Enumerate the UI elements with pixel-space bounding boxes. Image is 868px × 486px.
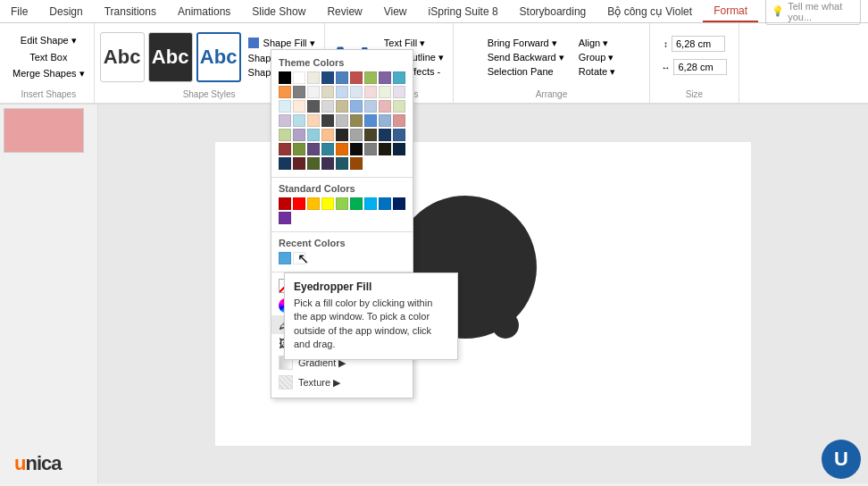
theme-color-cell[interactable]	[293, 86, 305, 98]
theme-color-cell[interactable]	[321, 157, 334, 170]
theme-color-cell[interactable]	[336, 157, 348, 170]
theme-color-cell[interactable]	[364, 143, 377, 155]
standard-color-cell[interactable]	[293, 197, 305, 210]
theme-color-cell[interactable]	[364, 129, 377, 141]
text-box-button[interactable]: Text Box	[26, 50, 71, 64]
theme-color-cell[interactable]	[293, 71, 305, 84]
theme-color-cell[interactable]	[293, 129, 305, 141]
standard-color-cell[interactable]	[379, 197, 391, 210]
theme-color-cell[interactable]	[321, 71, 334, 84]
theme-color-cell[interactable]	[393, 129, 405, 141]
edit-shape-button[interactable]: Edit Shape ▾	[17, 33, 80, 48]
theme-color-cell[interactable]	[336, 86, 348, 98]
theme-color-cell[interactable]	[321, 100, 334, 113]
small-circle-shape[interactable]	[492, 312, 519, 339]
tab-transitions[interactable]: Transitions	[94, 0, 167, 22]
theme-color-cell[interactable]	[279, 129, 291, 141]
theme-color-cell[interactable]	[321, 129, 334, 141]
theme-color-cell[interactable]	[350, 143, 363, 155]
tab-view[interactable]: View	[373, 0, 418, 22]
theme-color-cell[interactable]	[350, 129, 363, 141]
theme-color-cell[interactable]	[336, 143, 348, 155]
theme-color-cell[interactable]	[393, 143, 405, 155]
theme-color-cell[interactable]	[307, 100, 320, 113]
tell-me-box[interactable]: 💡 Tell me what you...	[765, 0, 861, 25]
width-input[interactable]	[673, 59, 727, 75]
theme-color-cell[interactable]	[336, 129, 348, 141]
unica-badge[interactable]: U	[822, 440, 861, 479]
theme-color-cell[interactable]	[393, 114, 405, 127]
selection-pane-button[interactable]: Selection Pane	[484, 65, 568, 78]
standard-color-cell[interactable]	[393, 197, 405, 210]
abc-style-blue[interactable]: Abc	[196, 32, 241, 82]
group-button[interactable]: Group ▾	[575, 51, 619, 64]
theme-color-cell[interactable]	[307, 71, 320, 84]
texture-button[interactable]: Texture ▶	[271, 373, 413, 392]
theme-color-cell[interactable]	[279, 157, 291, 170]
theme-color-cell[interactable]	[293, 157, 305, 170]
tab-slideshow[interactable]: Slide Show	[241, 0, 316, 22]
rotate-button[interactable]: Rotate ▾	[575, 65, 619, 79]
align-button[interactable]: Align ▾	[575, 37, 619, 50]
tab-file[interactable]: File	[0, 0, 38, 22]
recent-color-cell[interactable]	[279, 252, 291, 264]
merge-shapes-button[interactable]: Merge Shapes ▾	[9, 66, 88, 81]
standard-color-cell[interactable]	[307, 197, 320, 210]
abc-style-black[interactable]: Abc	[148, 32, 193, 82]
standard-color-cell[interactable]	[364, 197, 377, 210]
theme-color-cell[interactable]	[393, 86, 405, 98]
send-backward-button[interactable]: Send Backward ▾	[484, 51, 568, 64]
theme-color-cell[interactable]	[350, 114, 363, 127]
tab-ispring[interactable]: iSpring Suite 8	[418, 0, 509, 22]
theme-color-cell[interactable]	[307, 114, 320, 127]
theme-color-cell[interactable]	[279, 86, 291, 98]
theme-color-cell[interactable]	[350, 86, 363, 98]
theme-color-cell[interactable]	[350, 71, 363, 84]
standard-color-cell[interactable]	[279, 197, 291, 210]
theme-color-cell[interactable]	[364, 100, 377, 113]
theme-color-cell[interactable]	[364, 114, 377, 127]
recent-color-cell[interactable]	[293, 252, 305, 264]
theme-color-cell[interactable]	[379, 71, 391, 84]
theme-color-cell[interactable]	[336, 71, 348, 84]
shape-fill-button[interactable]: Shape Fill ▾	[245, 37, 319, 50]
theme-color-cell[interactable]	[336, 100, 348, 113]
tab-design[interactable]: Design	[38, 0, 93, 22]
theme-color-cell[interactable]	[379, 114, 391, 127]
theme-color-cell[interactable]	[379, 86, 391, 98]
theme-color-cell[interactable]	[293, 143, 305, 155]
theme-color-cell[interactable]	[307, 129, 320, 141]
theme-color-cell[interactable]	[293, 114, 305, 127]
theme-color-cell[interactable]	[279, 100, 291, 113]
theme-color-cell[interactable]	[364, 71, 377, 84]
standard-color-cell[interactable]	[336, 197, 348, 210]
slide-thumbnail[interactable]	[4, 108, 84, 153]
standard-color-cell[interactable]	[350, 197, 363, 210]
theme-color-cell[interactable]	[364, 86, 377, 98]
tab-review[interactable]: Review	[316, 0, 372, 22]
tab-violet[interactable]: Bộ công cụ Violet	[597, 0, 703, 22]
height-input[interactable]	[672, 36, 725, 52]
theme-color-cell[interactable]	[379, 100, 391, 113]
theme-color-cell[interactable]	[321, 114, 334, 127]
standard-color-cell[interactable]	[279, 212, 291, 224]
theme-color-cell[interactable]	[307, 157, 320, 170]
theme-color-cell[interactable]	[350, 100, 363, 113]
theme-color-cell[interactable]	[293, 100, 305, 113]
text-fill-button[interactable]: Text Fill ▾	[380, 37, 447, 50]
theme-color-cell[interactable]	[307, 86, 320, 98]
bring-forward-button[interactable]: Bring Forward ▾	[484, 37, 568, 50]
tab-animations[interactable]: Animations	[167, 0, 241, 22]
theme-color-cell[interactable]	[307, 143, 320, 155]
tab-storyboarding[interactable]: Storyboarding	[509, 0, 597, 22]
theme-color-cell[interactable]	[279, 143, 291, 155]
abc-style-white[interactable]: Abc	[100, 32, 145, 82]
tab-format[interactable]: Format	[703, 0, 758, 22]
standard-color-cell[interactable]	[321, 197, 334, 210]
theme-color-cell[interactable]	[321, 143, 334, 155]
theme-color-cell[interactable]	[379, 143, 391, 155]
theme-color-cell[interactable]	[279, 71, 291, 84]
theme-color-cell[interactable]	[393, 100, 405, 113]
theme-color-cell[interactable]	[279, 114, 291, 127]
theme-color-cell[interactable]	[379, 129, 391, 141]
